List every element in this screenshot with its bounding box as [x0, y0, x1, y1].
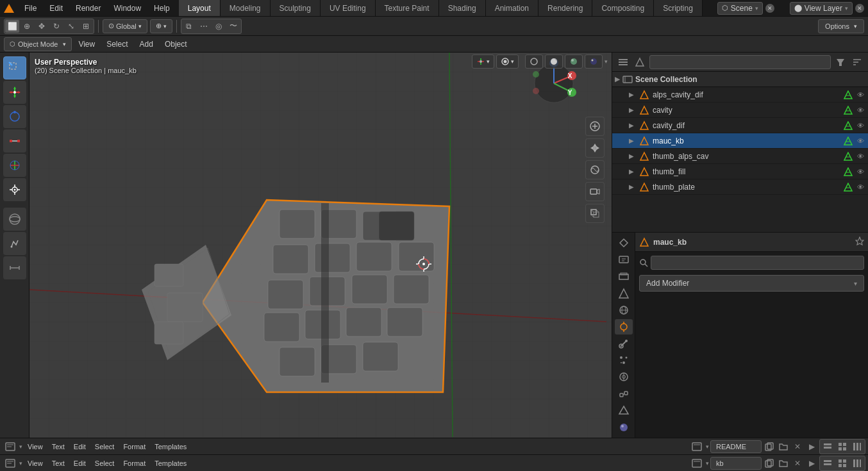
bottom-bar-2-file-dropdown[interactable]: ▾: [706, 460, 709, 467]
bottom-bar-1-folder-btn[interactable]: [777, 440, 790, 453]
display2-list-btn[interactable]: [821, 457, 835, 470]
left-tool-cursor[interactable]: [3, 178, 26, 201]
menu-file[interactable]: File: [18, 0, 43, 16]
bottom-bar-2-edit[interactable]: Edit: [70, 457, 90, 470]
prop-render-icon[interactable]: [615, 235, 633, 251]
bottom-bar-2-format[interactable]: Format: [119, 457, 149, 470]
prop-material-icon[interactable]: [615, 420, 633, 435]
shading-solid-btn[interactable]: [545, 54, 563, 69]
shading-render-btn[interactable]: [585, 54, 603, 69]
bottom-bar-1-select[interactable]: Select: [91, 440, 119, 453]
prop-world-icon[interactable]: [615, 302, 633, 318]
bottom-bar-1-view[interactable]: View: [24, 440, 47, 453]
view-layer-close-btn[interactable]: ✕: [855, 4, 864, 13]
prop-modifier-icon[interactable]: [615, 336, 633, 351]
display-list-btn[interactable]: [821, 440, 835, 453]
tab-modeling[interactable]: Modeling: [221, 0, 271, 16]
overlay-btn[interactable]: ▾: [496, 54, 519, 69]
bottom-bar-2-copy-btn[interactable]: [763, 457, 776, 470]
header-add[interactable]: Add: [135, 37, 158, 51]
bottom-bar-2-editor-icon[interactable]: [3, 456, 18, 470]
tab-animation[interactable]: Animation: [486, 0, 538, 16]
perspective-ortho-btn[interactable]: [585, 204, 605, 223]
rotate-tool-btn[interactable]: ↻: [49, 20, 63, 33]
bottom-bar-1-dropdown[interactable]: ▾: [19, 443, 22, 450]
outliner-filter-icon[interactable]: [833, 55, 847, 69]
tab-shading[interactable]: Shading: [439, 0, 486, 16]
prop-output-icon[interactable]: [615, 252, 633, 267]
outliner-options-icon[interactable]: [633, 55, 647, 69]
display-grid-btn[interactable]: [835, 440, 849, 453]
menu-window[interactable]: Window: [107, 0, 147, 16]
shading-material-btn[interactable]: [565, 54, 583, 69]
outliner-item-1[interactable]: ▶ cavity 👁: [612, 103, 868, 118]
snap-settings-btn[interactable]: ⋯: [197, 20, 211, 33]
bottom-bar-1-templates[interactable]: Templates: [151, 440, 190, 453]
menu-edit[interactable]: Edit: [43, 0, 69, 16]
proportional-edit-btn[interactable]: ◎: [212, 20, 226, 33]
move-tool-btn[interactable]: ✥: [35, 20, 49, 33]
gizmo-toggle-btn[interactable]: ▾: [472, 54, 494, 69]
prop-objectdata-icon[interactable]: [615, 403, 633, 418]
scale-tool-btn[interactable]: ⤡: [64, 20, 78, 33]
left-tool-camera-orbit[interactable]: [3, 208, 26, 231]
item-1-visibility[interactable]: 👁: [855, 106, 865, 114]
bottom-bar-1-format[interactable]: Format: [119, 440, 149, 453]
left-tool-transform[interactable]: [3, 154, 26, 177]
pan-btn[interactable]: [585, 138, 605, 158]
menu-help[interactable]: Help: [147, 0, 176, 16]
header-select[interactable]: Select: [101, 37, 133, 51]
item-2-visibility[interactable]: 👁: [855, 122, 865, 129]
left-tool-annotate[interactable]: [3, 232, 26, 255]
menu-render[interactable]: Render: [69, 0, 107, 16]
header-object[interactable]: Object: [160, 37, 192, 51]
bottom-bar-2-file-editor-icon[interactable]: [689, 456, 705, 470]
prop-object-icon[interactable]: [615, 319, 633, 335]
viewport[interactable]: User Perspective (20) Scene Collection |…: [29, 53, 612, 438]
bottom-bar-2-play-btn[interactable]: ▶: [805, 457, 818, 470]
cursor-tool-btn[interactable]: ⊕: [20, 20, 34, 33]
outliner-item-2[interactable]: ▶ cavity_dif 👁: [612, 118, 868, 133]
tab-compositing[interactable]: Compositing: [592, 0, 654, 16]
props-search-input[interactable]: [651, 256, 864, 270]
add-modifier-btn[interactable]: Add Modifier ▾: [639, 275, 864, 292]
item-3-visibility[interactable]: 👁: [855, 137, 865, 145]
prop-constraints-icon[interactable]: [615, 386, 633, 402]
bottom-bar-2-templates[interactable]: Templates: [151, 457, 190, 470]
outliner-item-3[interactable]: ▶ mauc_kb 👁: [612, 133, 868, 149]
prop-particles-icon[interactable]: [615, 352, 633, 368]
scene-close-btn[interactable]: ✕: [765, 4, 774, 13]
bottom-bar-1-file-editor-icon[interactable]: [689, 440, 705, 454]
left-tool-move[interactable]: [3, 81, 26, 104]
proportional-settings-btn[interactable]: 〜: [226, 20, 240, 33]
bottom-bar-2-select[interactable]: Select: [91, 457, 119, 470]
select-tool-btn[interactable]: ⬜: [5, 20, 19, 33]
orbit-btn[interactable]: [585, 160, 605, 179]
scene-selector[interactable]: ⬡ Scene ▾: [717, 2, 763, 15]
outliner-item-0[interactable]: ▶ alps_cavity_dif 👁: [612, 87, 868, 103]
pin-to-active-btn[interactable]: [855, 236, 864, 247]
tab-layout[interactable]: Layout: [179, 0, 221, 16]
outliner-search-input[interactable]: [649, 55, 831, 69]
bottom-bar-1-editor-icon[interactable]: [3, 440, 18, 454]
outliner-view-icon[interactable]: [616, 55, 630, 69]
tab-sculpting[interactable]: Sculpting: [271, 0, 321, 16]
left-tool-select[interactable]: [3, 56, 26, 79]
left-tool-rotate[interactable]: [3, 105, 26, 128]
bottom-bar-2-close-btn[interactable]: ✕: [791, 457, 804, 470]
tab-texture-paint[interactable]: Texture Paint: [376, 0, 439, 16]
transform-tool-btn[interactable]: ⊞: [79, 20, 93, 33]
left-tool-scale[interactable]: [3, 129, 26, 153]
prop-scene-icon[interactable]: [615, 286, 633, 301]
bottom-bar-1-edit[interactable]: Edit: [70, 440, 90, 453]
transform-orientation-btn[interactable]: ⊙ Global ▾: [103, 19, 147, 33]
display-columns-btn[interactable]: [850, 440, 864, 453]
view-layer-selector[interactable]: ⬤ View Layer ▾: [790, 2, 853, 15]
options-btn[interactable]: Options ▾: [818, 19, 864, 33]
bottom-bar-2-text[interactable]: Text: [48, 457, 69, 470]
tab-scripting[interactable]: Scripting: [654, 0, 703, 16]
camera-btn[interactable]: [585, 182, 605, 201]
snap-toggle-btn[interactable]: ⧉: [182, 20, 196, 33]
bottom-bar-1-file-dropdown[interactable]: ▾: [706, 443, 709, 450]
display2-grid-btn[interactable]: [835, 457, 849, 470]
